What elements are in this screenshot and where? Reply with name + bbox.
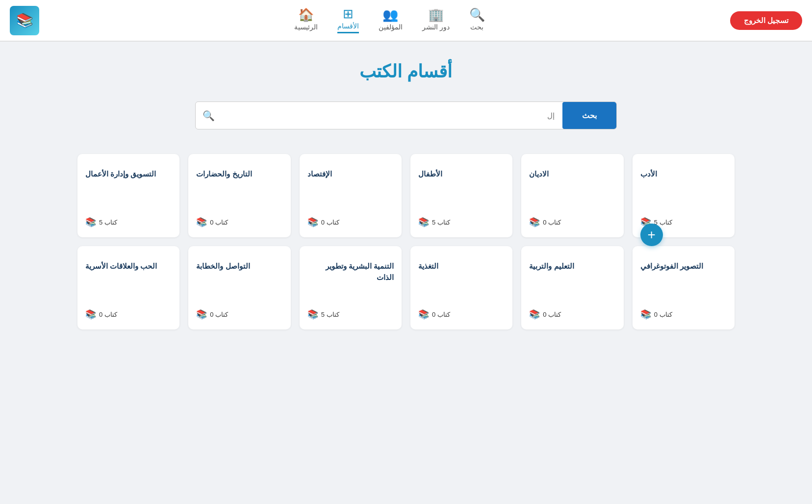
category-card-2[interactable]: الاديان كتاب 0 📚 xyxy=(521,154,623,237)
card-title-11: التواصل والخطابة xyxy=(196,261,250,272)
book-icon: 📚 xyxy=(529,217,540,227)
book-icon: 📚 xyxy=(307,309,318,320)
fab-button[interactable]: + xyxy=(640,224,663,246)
card-title-9: التغذية xyxy=(418,261,438,272)
card-footer-2: كتاب 0 📚 xyxy=(529,217,561,227)
card-footer-9: كتاب 0 📚 xyxy=(418,309,450,320)
main-content: أقسام الكتب بحث 🔍 الأدب كتاب 5 📚 + الادي… xyxy=(63,42,749,368)
category-card-8[interactable]: التعليم والتربية كتاب 0 📚 xyxy=(521,246,623,329)
categories-row-1: الأدب كتاب 5 📚 + الاديان كتاب 0 📚 الأطفا… xyxy=(77,154,735,237)
search-input[interactable] xyxy=(222,111,562,120)
card-title-7: التصوير الفوتوغرافي xyxy=(640,261,703,272)
search-icon: 🔍 xyxy=(196,110,222,122)
book-icon: 📚 xyxy=(196,217,207,227)
book-icon: 📚 xyxy=(640,309,651,320)
category-card-12[interactable]: الحب والعلاقات الأسرية كتاب 0 📚 xyxy=(77,246,179,329)
search-icon: 🔍 xyxy=(469,8,485,21)
category-card-3[interactable]: الأطفال كتاب 5 📚 xyxy=(410,154,512,237)
logo-area xyxy=(10,6,49,35)
categories-row-2: التصوير الفوتوغرافي كتاب 0 📚 التعليم وال… xyxy=(77,246,735,329)
book-icon: 📚 xyxy=(418,309,429,320)
card-title-12: الحب والعلاقات الأسرية xyxy=(85,261,157,272)
card-title-1: الأدب xyxy=(640,169,657,180)
card-title-5: التاريخ والحضارات xyxy=(196,169,252,180)
nav-label-search: بحث xyxy=(470,23,483,31)
card-title-2: الاديان xyxy=(529,169,549,180)
book-icon: 📚 xyxy=(307,217,318,227)
card-footer-4: كتاب 0 📚 xyxy=(307,217,339,227)
book-icon: 📚 xyxy=(529,309,540,320)
nav-item-publishers[interactable]: 🏢 دور النشر xyxy=(422,8,450,33)
card-footer-6: كتاب 5 📚 xyxy=(85,217,117,227)
nav-label-sections: الأقسام xyxy=(337,22,359,30)
logo xyxy=(10,6,39,35)
card-title-8: التعليم والتربية xyxy=(529,261,574,272)
nav-label-authors: المؤلفين xyxy=(379,23,403,31)
book-icon: 📚 xyxy=(85,217,96,227)
category-card-4[interactable]: الإفتصاد كتاب 0 📚 xyxy=(300,154,402,237)
card-title-10: التنمية البشرية وتطوير الذات xyxy=(307,261,394,283)
book-icon: 📚 xyxy=(418,217,429,227)
category-card-9[interactable]: التغذية كتاب 0 📚 xyxy=(410,246,512,329)
search-bar: بحث 🔍 xyxy=(195,101,617,129)
card-title-6: التسويق وإدارة الأعمال xyxy=(85,169,156,180)
nav-label-home: الرئيسية xyxy=(294,23,318,31)
card-footer-12: كتاب 0 📚 xyxy=(85,309,117,320)
nav-item-authors[interactable]: 👥 المؤلفين xyxy=(379,8,403,33)
category-card-5[interactable]: التاريخ والحضارات كتاب 0 📚 xyxy=(188,154,290,237)
category-card-7[interactable]: التصوير الفوتوغرافي كتاب 0 📚 xyxy=(633,246,735,329)
book-icon: 📚 xyxy=(85,309,96,320)
main-nav: 🔍 بحث 🏢 دور النشر 👥 المؤلفين ⊞ الأقسام 🏠… xyxy=(49,7,730,33)
card-footer-3: كتاب 5 📚 xyxy=(418,217,450,227)
header: تسجيل الخروج 🔍 بحث 🏢 دور النشر 👥 المؤلفي… xyxy=(0,0,812,42)
home-icon: 🏠 xyxy=(298,8,314,21)
page-title: أقسام الكتب xyxy=(77,61,735,82)
nav-item-sections[interactable]: ⊞ الأقسام xyxy=(337,7,359,33)
nav-item-search[interactable]: 🔍 بحث xyxy=(469,8,485,33)
logout-button[interactable]: تسجيل الخروج xyxy=(730,11,802,30)
category-card-10[interactable]: التنمية البشرية وتطوير الذات كتاب 5 📚 xyxy=(300,246,402,329)
card-footer-7: كتاب 0 📚 xyxy=(640,309,672,320)
category-card-1[interactable]: الأدب كتاب 5 📚 + xyxy=(633,154,735,237)
card-title-4: الإفتصاد xyxy=(307,169,332,180)
nav-item-home[interactable]: 🏠 الرئيسية xyxy=(294,8,318,33)
nav-label-publishers: دور النشر xyxy=(422,23,450,31)
category-card-6[interactable]: التسويق وإدارة الأعمال كتاب 5 📚 xyxy=(77,154,179,237)
card-footer-5: كتاب 0 📚 xyxy=(196,217,228,227)
card-footer-8: كتاب 0 📚 xyxy=(529,309,561,320)
card-footer-10: كتاب 5 📚 xyxy=(307,309,339,320)
authors-icon: 👥 xyxy=(382,8,398,21)
card-footer-11: كتاب 0 📚 xyxy=(196,309,228,320)
publishers-icon: 🏢 xyxy=(428,8,444,21)
book-icon: 📚 xyxy=(196,309,207,320)
search-button[interactable]: بحث xyxy=(562,102,616,129)
sections-icon: ⊞ xyxy=(343,7,354,20)
card-title-3: الأطفال xyxy=(418,169,442,180)
category-card-11[interactable]: التواصل والخطابة كتاب 0 📚 xyxy=(188,246,290,329)
